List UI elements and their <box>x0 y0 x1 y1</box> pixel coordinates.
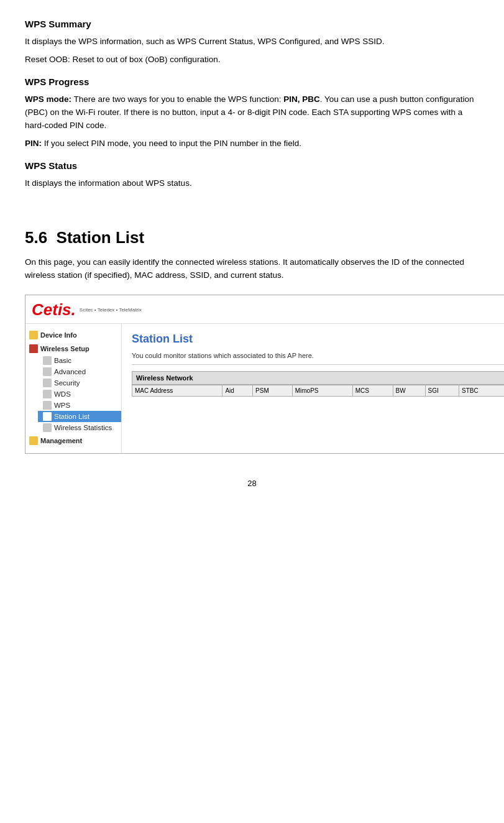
wps-progress-section: WPS Progress WPS mode: There are two way… <box>25 76 479 150</box>
screenshot-container: Cetis. Scitec • Teledex • TeleMatrix Dev… <box>25 295 504 454</box>
sidebar-group-device-info[interactable]: Device Info <box>25 329 121 341</box>
content-area: Station List You could monitor stations … <box>122 324 504 453</box>
table-section-header: Wireless Network <box>132 371 504 385</box>
wps-progress-para2: PIN: If you select PIN mode, you need to… <box>25 137 479 150</box>
pin-pbc-label: PIN, PBC <box>283 94 320 104</box>
col-aid: Aid <box>222 385 253 397</box>
device-info-label: Device Info <box>40 331 77 339</box>
chapter-title: 5.6 Station List <box>25 228 479 247</box>
wireless-setup-icon <box>29 344 38 353</box>
wps-summary-title: WPS Summary <box>25 19 479 29</box>
sidebar-item-wireless-statistics[interactable]: Wireless Statistics <box>38 422 121 433</box>
pin-label: PIN: <box>25 139 42 148</box>
basic-icon <box>43 356 52 365</box>
sidebar-children-wireless: Basic Advanced Security WDS <box>25 355 121 433</box>
sidebar-group-management[interactable]: Management <box>25 434 121 447</box>
wps-status-title: WPS Status <box>25 160 479 171</box>
sidebar-group-wireless-setup: Wireless Setup Basic Advanced Security <box>25 343 121 433</box>
sidebar-item-management[interactable]: Management <box>25 434 121 447</box>
col-sgi: SGI <box>425 385 459 397</box>
security-icon <box>43 379 52 387</box>
logo-brand: Cetis <box>32 300 71 320</box>
col-mac-address: MAC Address <box>132 385 222 397</box>
advanced-icon <box>43 367 52 376</box>
management-icon <box>29 436 38 445</box>
station-list-icon <box>43 412 52 421</box>
basic-label: Basic <box>54 357 71 364</box>
col-mimops: MimoPS <box>292 385 352 397</box>
chapter-intro: On this page, you can easily identify th… <box>25 256 479 282</box>
wireless-stats-icon <box>43 423 52 432</box>
management-label: Management <box>40 437 82 444</box>
sidebar-item-station-list[interactable]: Station List <box>38 411 121 422</box>
chapter-name: Station List <box>57 228 145 247</box>
sidebar-item-wps[interactable]: WPS <box>38 400 121 411</box>
sidebar-item-wireless-setup[interactable]: Wireless Setup <box>25 343 121 355</box>
wps-status-para1: It displays the information about WPS st… <box>25 177 479 190</box>
screenshot-main: Device Info Wireless Setup Basic Advan <box>25 324 504 453</box>
col-psm: PSM <box>253 385 293 397</box>
logo-bar: Cetis. Scitec • Teledex • TeleMatrix <box>25 295 504 324</box>
logo: Cetis. <box>32 300 76 320</box>
security-label: Security <box>54 379 80 387</box>
sidebar-item-device-info[interactable]: Device Info <box>25 329 121 341</box>
content-description: You could monitor stations which associa… <box>132 352 504 365</box>
wps-icon <box>43 401 52 410</box>
logo-sub: Scitec • Teledex • TeleMatrix <box>80 307 142 313</box>
wps-mode-label: WPS mode: <box>25 94 71 104</box>
sidebar-item-advanced[interactable]: Advanced <box>38 366 121 377</box>
sidebar-item-security[interactable]: Security <box>38 377 121 389</box>
chapter-number: 5.6 <box>25 228 47 247</box>
col-bw: BW <box>393 385 425 397</box>
wps-label: WPS <box>54 402 70 409</box>
advanced-label: Advanced <box>54 368 86 375</box>
wireless-stats-label: Wireless Statistics <box>54 424 112 431</box>
wps-progress-para1: WPS mode: There are two ways for you to … <box>25 93 479 132</box>
device-info-icon <box>29 331 38 339</box>
wps-status-section: WPS Status It displays the information a… <box>25 160 479 190</box>
sidebar-item-basic[interactable]: Basic <box>38 355 121 366</box>
wps-summary-para2: Reset OOB: Reset to out of box (OoB) con… <box>25 53 479 67</box>
wireless-setup-label: Wireless Setup <box>40 345 89 352</box>
wps-progress-title: WPS Progress <box>25 76 479 87</box>
station-table: MAC Address Aid PSM MimoPS MCS BW SGI ST… <box>132 385 504 397</box>
wds-icon <box>43 390 52 398</box>
content-title: Station List <box>132 333 504 346</box>
wps-summary-para1: It displays the WPS information, such as… <box>25 35 479 48</box>
page-number: 28 <box>25 479 479 488</box>
logo-sub-text: Scitec • Teledex • TeleMatrix <box>80 307 142 313</box>
col-mcs: MCS <box>352 385 393 397</box>
sidebar-item-wds[interactable]: WDS <box>38 389 121 400</box>
wds-label: WDS <box>54 390 71 398</box>
col-stbc: STBC <box>459 385 504 397</box>
sidebar: Device Info Wireless Setup Basic Advan <box>25 324 122 453</box>
logo-dot: . <box>71 300 76 320</box>
wps-summary-section: WPS Summary It displays the WPS informat… <box>25 19 479 67</box>
station-list-label: Station List <box>54 413 89 420</box>
